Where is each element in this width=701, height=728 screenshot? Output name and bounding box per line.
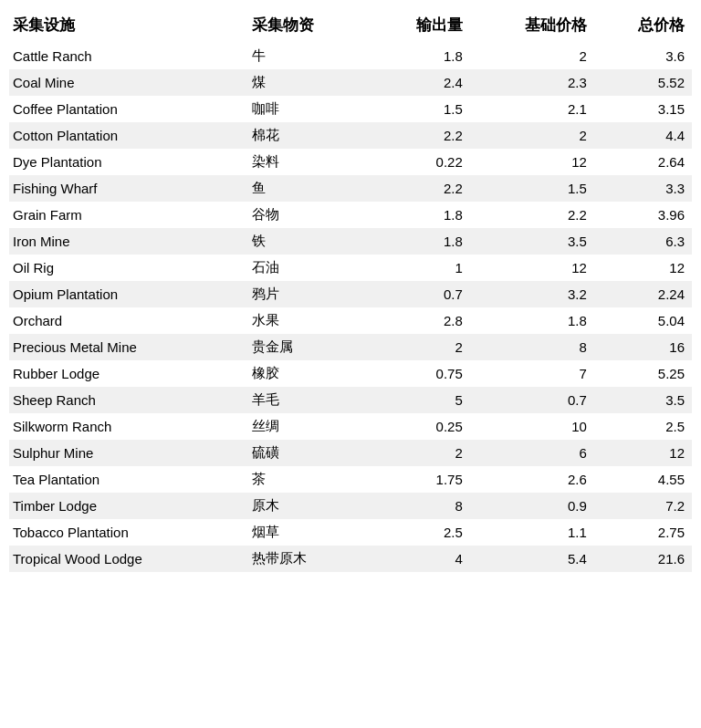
cell-output: 2.2 <box>372 122 470 149</box>
cell-base-price: 1.8 <box>470 307 594 334</box>
cell-base-price: 2.3 <box>470 69 594 96</box>
cell-facility: Opium Plantation <box>9 281 248 307</box>
cell-total-price: 21.6 <box>594 546 692 572</box>
table-row: Opium Plantation鸦片0.73.22.24 <box>9 281 692 307</box>
cell-output: 4 <box>372 546 470 572</box>
cell-facility: Timber Lodge <box>9 493 248 519</box>
cell-output: 2.4 <box>372 69 470 96</box>
table-row: Grain Farm谷物1.82.23.96 <box>9 202 692 228</box>
table-row: Coal Mine煤2.42.35.52 <box>9 69 692 96</box>
cell-output: 2.2 <box>372 175 470 202</box>
table-row: Tobacco Plantation烟草2.51.12.75 <box>9 519 692 546</box>
cell-output: 0.75 <box>372 360 470 387</box>
cell-output: 2 <box>372 334 470 360</box>
table-row: Cotton Plantation棉花2.224.4 <box>9 122 692 149</box>
cell-base-price: 1.1 <box>470 519 594 546</box>
cell-resource: 橡胶 <box>248 360 372 387</box>
cell-resource: 染料 <box>248 149 372 175</box>
table-row: Tea Plantation茶1.752.64.55 <box>9 466 692 493</box>
cell-resource: 鸦片 <box>248 281 372 307</box>
cell-facility: Oil Rig <box>9 255 248 281</box>
cell-facility: Silkworm Ranch <box>9 413 248 440</box>
cell-facility: Orchard <box>9 307 248 334</box>
cell-base-price: 8 <box>470 334 594 360</box>
cell-resource: 原木 <box>248 493 372 519</box>
cell-total-price: 5.52 <box>594 69 692 96</box>
cell-total-price: 3.15 <box>594 96 692 122</box>
cell-base-price: 2.2 <box>470 202 594 228</box>
main-table: 采集设施 采集物资 输出量 基础价格 总价格 Cattle Ranch牛1.82… <box>9 9 692 572</box>
cell-total-price: 3.3 <box>594 175 692 202</box>
cell-base-price: 10 <box>470 413 594 440</box>
table-row: Tropical Wood Lodge热带原木45.421.6 <box>9 546 692 572</box>
table-row: Precious Metal Mine贵金属2816 <box>9 334 692 360</box>
table-row: Timber Lodge原木80.97.2 <box>9 493 692 519</box>
table-row: Sulphur Mine硫磺2612 <box>9 440 692 466</box>
cell-resource: 硫磺 <box>248 440 372 466</box>
cell-total-price: 4.55 <box>594 466 692 493</box>
table-row: Silkworm Ranch丝绸0.25102.5 <box>9 413 692 440</box>
cell-base-price: 2.6 <box>470 466 594 493</box>
cell-output: 1.5 <box>372 96 470 122</box>
cell-base-price: 12 <box>470 149 594 175</box>
cell-total-price: 3.96 <box>594 202 692 228</box>
cell-resource: 棉花 <box>248 122 372 149</box>
cell-facility: Coffee Plantation <box>9 96 248 122</box>
cell-resource: 热带原木 <box>248 546 372 572</box>
cell-resource: 烟草 <box>248 519 372 546</box>
header-resource: 采集物资 <box>248 9 372 43</box>
cell-base-price: 3.2 <box>470 281 594 307</box>
cell-facility: Sulphur Mine <box>9 440 248 466</box>
table-row: Cattle Ranch牛1.823.6 <box>9 43 692 69</box>
cell-resource: 铁 <box>248 228 372 255</box>
table-row: Fishing Wharf鱼2.21.53.3 <box>9 175 692 202</box>
cell-facility: Cattle Ranch <box>9 43 248 69</box>
cell-output: 1.8 <box>372 43 470 69</box>
cell-total-price: 2.64 <box>594 149 692 175</box>
cell-output: 1.75 <box>372 466 470 493</box>
cell-total-price: 5.04 <box>594 307 692 334</box>
cell-facility: Sheep Ranch <box>9 387 248 413</box>
cell-output: 1.8 <box>372 228 470 255</box>
cell-facility: Cotton Plantation <box>9 122 248 149</box>
cell-total-price: 3.6 <box>594 43 692 69</box>
cell-resource: 羊毛 <box>248 387 372 413</box>
cell-total-price: 4.4 <box>594 122 692 149</box>
cell-facility: Iron Mine <box>9 228 248 255</box>
cell-resource: 牛 <box>248 43 372 69</box>
header-facility: 采集设施 <box>9 9 248 43</box>
cell-resource: 咖啡 <box>248 96 372 122</box>
cell-facility: Tropical Wood Lodge <box>9 546 248 572</box>
cell-base-price: 2.1 <box>470 96 594 122</box>
cell-base-price: 1.5 <box>470 175 594 202</box>
cell-output: 2 <box>372 440 470 466</box>
table-row: Coffee Plantation咖啡1.52.13.15 <box>9 96 692 122</box>
cell-base-price: 12 <box>470 255 594 281</box>
cell-resource: 茶 <box>248 466 372 493</box>
cell-total-price: 2.24 <box>594 281 692 307</box>
cell-total-price: 16 <box>594 334 692 360</box>
cell-resource: 煤 <box>248 69 372 96</box>
cell-resource: 谷物 <box>248 202 372 228</box>
cell-base-price: 6 <box>470 440 594 466</box>
header-output: 输出量 <box>372 9 470 43</box>
cell-base-price: 2 <box>470 43 594 69</box>
table-row: Rubber Lodge橡胶0.7575.25 <box>9 360 692 387</box>
cell-output: 2.5 <box>372 519 470 546</box>
cell-output: 2.8 <box>372 307 470 334</box>
cell-resource: 丝绸 <box>248 413 372 440</box>
cell-base-price: 2 <box>470 122 594 149</box>
cell-facility: Coal Mine <box>9 69 248 96</box>
cell-base-price: 0.9 <box>470 493 594 519</box>
cell-output: 8 <box>372 493 470 519</box>
cell-output: 0.25 <box>372 413 470 440</box>
cell-facility: Fishing Wharf <box>9 175 248 202</box>
cell-facility: Tea Plantation <box>9 466 248 493</box>
table-row: Orchard水果2.81.85.04 <box>9 307 692 334</box>
cell-total-price: 3.5 <box>594 387 692 413</box>
table-row: Dye Plantation染料0.22122.64 <box>9 149 692 175</box>
cell-resource: 贵金属 <box>248 334 372 360</box>
cell-base-price: 5.4 <box>470 546 594 572</box>
cell-facility: Rubber Lodge <box>9 360 248 387</box>
table-row: Oil Rig石油11212 <box>9 255 692 281</box>
